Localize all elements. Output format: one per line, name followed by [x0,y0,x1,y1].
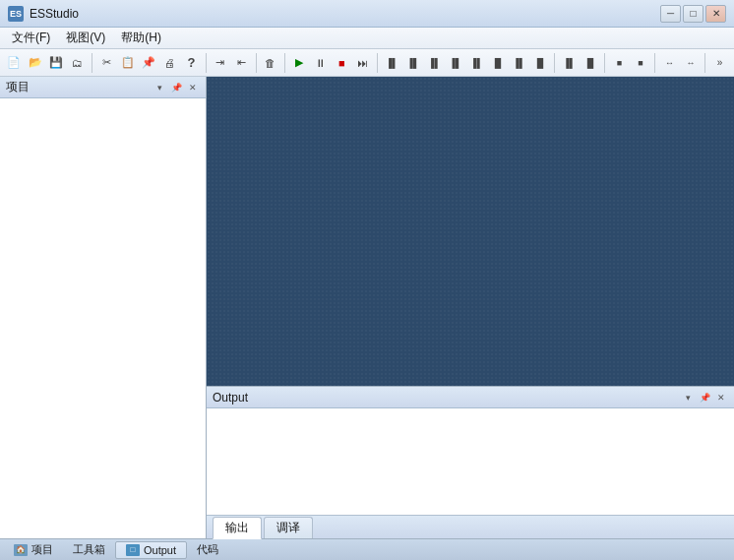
bottom-tab-project[interactable]: 🏠 项目 [4,540,63,559]
sep-3 [256,53,257,73]
toolbar-b7[interactable]: ▐▌ [509,52,529,74]
toolbar-cut[interactable]: ✂ [96,52,117,74]
toolbar: 📄 📂 💾 🗂 ✂ 📋 📌 🖨 ? ⇥ ⇤ 🗑 ▶ ⏸ ■ ⏭ ▐▌ ▐▌ ▐▌… [0,49,734,77]
project-tab-icon: 🏠 [14,544,28,556]
app-icon: ES [8,6,24,22]
title-bar: ES ESStudio ─ □ ✕ [0,0,734,28]
right-panel: Output ▾ 📌 ✕ 输出 调译 [207,77,734,538]
toolbar-b11[interactable]: ■ [609,52,630,74]
minimize-button[interactable]: ─ [660,5,681,23]
toolbar-copy[interactable]: 📋 [118,52,139,74]
output-panel-header: Output ▾ 📌 ✕ [207,387,734,408]
title-buttons: ─ □ ✕ [660,5,726,23]
menu-file[interactable]: 文件(F) [4,28,58,48]
toolbar-b3[interactable]: ▐▌ [424,52,445,74]
toolbar-outdent[interactable]: ⇤ [231,52,252,74]
sep-2 [206,53,207,73]
output-tab-output[interactable]: 输出 [213,517,262,539]
bottom-tab-output[interactable]: □ Output [115,541,187,559]
sep-7 [604,53,605,73]
project-panel-header: 项目 ▾ 📌 ✕ [0,77,206,98]
output-panel: Output ▾ 📌 ✕ 输出 调译 [207,386,734,538]
project-panel-icons: ▾ 📌 ✕ [153,81,200,94]
bottom-tab-code[interactable]: 代码 [187,540,228,559]
panel-dropdown-icon[interactable]: ▾ [153,81,166,94]
sep-1 [92,53,92,73]
toolbar-pause[interactable]: ⏸ [311,52,332,74]
toolbar-b2[interactable]: ▐▌ [403,52,424,74]
toolbar-b13[interactable]: ↔ [659,52,680,74]
toolbar-b14[interactable]: ↔ [681,52,702,74]
project-content [0,98,206,538]
output-dropdown-icon[interactable]: ▾ [681,391,695,404]
toolbar-save[interactable]: 💾 [46,52,67,74]
output-close-icon[interactable]: ✕ [714,391,728,404]
toolbar-b1[interactable]: ▐▌ [382,52,402,74]
toolbar-stop[interactable]: ■ [332,52,352,74]
panel-close-icon[interactable]: ✕ [186,81,200,94]
output-tab-icon: □ [126,544,140,556]
toolbar-indent[interactable]: ⇥ [211,52,231,74]
output-panel-icons: ▾ 📌 ✕ [681,391,728,404]
toolbar-print[interactable]: 🖨 [160,52,181,74]
output-content [207,408,734,515]
toolbar-paste[interactable]: 📌 [139,52,159,74]
toolbar-b10[interactable]: ▐▌ [581,52,601,74]
output-pin-icon[interactable]: 📌 [698,391,711,404]
main-area: 项目 ▾ 📌 ✕ Output ▾ 📌 ✕ 输出 [0,77,734,538]
toolbar-delete[interactable]: 🗑 [261,52,281,74]
maximize-button[interactable]: □ [683,5,703,23]
bottom-tabs: 🏠 项目 工具箱 □ Output 代码 [0,538,734,560]
sep-8 [654,53,655,73]
left-panel: 项目 ▾ 📌 ✕ [0,77,207,538]
toolbar-overflow[interactable]: » [709,52,730,74]
output-tabs: 输出 调译 [207,515,734,538]
toolbar-new[interactable]: 📄 [4,52,25,74]
project-panel-title: 项目 [6,79,153,95]
toolbar-saveall[interactable]: 🗂 [68,52,89,74]
sep-6 [554,53,555,73]
toolbar-step[interactable]: ⏭ [353,52,374,74]
sep-5 [377,53,378,73]
editor-area[interactable] [207,77,734,386]
toolbar-b4[interactable]: ▐▌ [446,52,466,74]
output-panel-title: Output [213,391,681,404]
toolbar-help[interactable]: ? [181,52,202,74]
toolbar-b6[interactable]: ▐▌ [488,52,509,74]
toolbar-b9[interactable]: ▐▌ [559,52,580,74]
menu-bar: 文件(F) 视图(V) 帮助(H) [0,28,734,49]
toolbar-b8[interactable]: ▐▌ [530,52,551,74]
menu-help[interactable]: 帮助(H) [113,28,169,48]
sep-4 [284,53,285,73]
toolbar-run[interactable]: ▶ [289,52,310,74]
toolbar-b12[interactable]: ■ [631,52,651,74]
title-text: ESStudio [30,7,660,21]
toolbar-open[interactable]: 📂 [26,52,46,74]
menu-view[interactable]: 视图(V) [58,28,113,48]
output-tab-compile[interactable]: 调译 [264,517,313,538]
bottom-tab-toolbox[interactable]: 工具箱 [63,540,115,559]
close-button[interactable]: ✕ [705,5,726,23]
panel-pin-icon[interactable]: 📌 [169,81,183,94]
sep-9 [704,53,705,73]
toolbar-b5[interactable]: ▐▌ [466,52,487,74]
